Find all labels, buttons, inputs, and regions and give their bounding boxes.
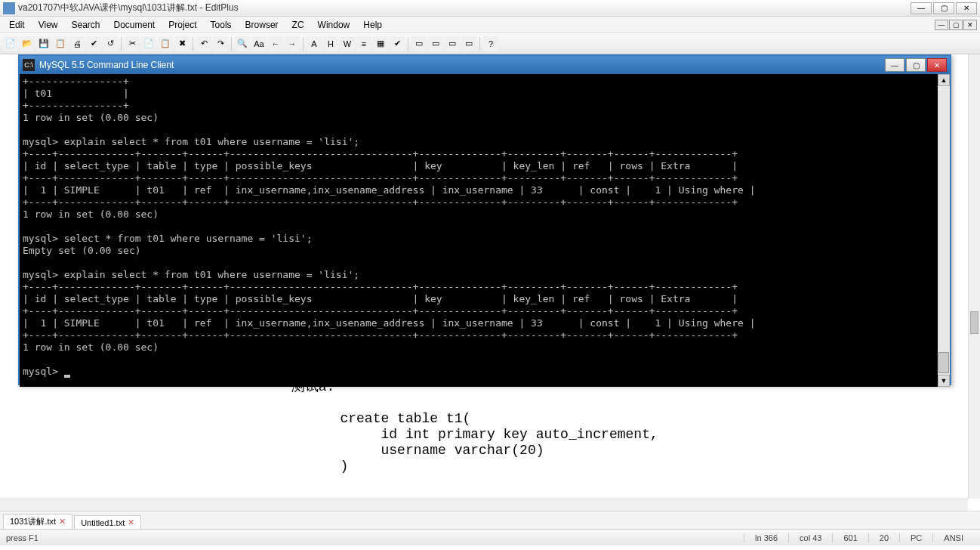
toolbar-separator bbox=[408, 37, 408, 51]
menu-project[interactable]: Project bbox=[162, 18, 202, 32]
check-icon[interactable]: ✔ bbox=[390, 36, 405, 51]
console-titlebar[interactable]: C:\ MySQL 5.5 Command Line Client — ▢ ✕ bbox=[20, 56, 950, 74]
editor-content[interactable]: 测试a. create table t1( id int primary key… bbox=[0, 379, 980, 474]
menu-document[interactable]: Document bbox=[108, 18, 162, 32]
minimize-button[interactable]: — bbox=[911, 2, 932, 14]
undo-icon[interactable]: ↶ bbox=[196, 36, 211, 51]
outdent-icon[interactable]: ← bbox=[268, 36, 283, 51]
panel3-icon[interactable]: ▭ bbox=[445, 36, 460, 51]
console-output[interactable]: +----------------+ | t01 | +------------… bbox=[23, 76, 938, 387]
console-body: +----------------+ | t01 | +------------… bbox=[20, 74, 950, 387]
app-icon bbox=[3, 2, 15, 14]
status-help: press F1 bbox=[6, 533, 744, 542]
panel4-icon[interactable]: ▭ bbox=[461, 36, 476, 51]
menu-help[interactable]: Help bbox=[357, 18, 388, 32]
scrollbar-thumb[interactable] bbox=[970, 311, 978, 334]
console-close-button[interactable]: ✕ bbox=[927, 58, 947, 72]
copy-icon[interactable]: 📄 bbox=[141, 36, 156, 51]
help-icon[interactable]: ? bbox=[483, 36, 498, 51]
mdi-controls: — ▢ ✕ bbox=[935, 20, 977, 30]
indent-icon[interactable]: → bbox=[285, 36, 300, 51]
menu-view[interactable]: View bbox=[32, 18, 64, 32]
status-line: ln 366 bbox=[744, 533, 788, 542]
spellcheck-icon[interactable]: ✔ bbox=[86, 36, 101, 51]
highlight-icon[interactable]: H bbox=[323, 36, 338, 51]
redo-icon[interactable]: ↷ bbox=[213, 36, 228, 51]
menu-zc[interactable]: ZC bbox=[286, 18, 310, 32]
panel1-icon[interactable]: ▭ bbox=[411, 36, 427, 51]
mdi-minimize-button[interactable]: — bbox=[935, 20, 948, 30]
document-tabstrip: 1031讲解.txt ✕ Untitled1.txt ✕ bbox=[0, 511, 980, 529]
menu-window[interactable]: Window bbox=[312, 18, 356, 32]
case-icon[interactable]: Aa bbox=[251, 36, 267, 51]
mdi-restore-button[interactable]: ▢ bbox=[949, 20, 963, 30]
find-icon[interactable]: 🔍 bbox=[235, 36, 250, 51]
status-column: col 43 bbox=[788, 533, 832, 542]
window-title: va201707\中软JAVA课件\mysql\1031讲解.txt - Edi… bbox=[18, 2, 911, 14]
console-scroll-thumb[interactable] bbox=[938, 352, 949, 373]
editor-horizontal-scrollbar[interactable] bbox=[0, 499, 968, 511]
console-cursor bbox=[64, 375, 70, 378]
toolbar: 📄 📂 💾 📋 🖨 ✔ ↺ ✂ 📄 📋 ✖ ↶ ↷ 🔍 Aa ← → A H W… bbox=[0, 33, 980, 54]
main-titlebar: va201707\中软JAVA课件\mysql\1031讲解.txt - Edi… bbox=[0, 0, 980, 17]
editor-vertical-scrollbar[interactable] bbox=[968, 54, 980, 499]
console-window-controls: — ▢ ✕ bbox=[885, 58, 947, 72]
status-total-lines: 601 bbox=[832, 533, 868, 542]
console-text-content: +----------------+ | t01 | +------------… bbox=[23, 76, 756, 377]
scroll-down-icon[interactable]: ▼ bbox=[938, 375, 950, 387]
font-a-icon[interactable]: A bbox=[307, 36, 322, 51]
console-title-text: MySQL 5.5 Command Line Client bbox=[39, 60, 885, 70]
panel2-icon[interactable]: ▭ bbox=[428, 36, 443, 51]
tab-untitled[interactable]: Untitled1.txt ✕ bbox=[74, 515, 141, 529]
menu-edit[interactable]: Edit bbox=[3, 18, 31, 32]
toolbar-separator bbox=[303, 37, 304, 51]
mdi-close-button[interactable]: ✕ bbox=[963, 20, 977, 30]
toolbar-separator bbox=[479, 37, 480, 51]
print-icon[interactable]: 🖨 bbox=[69, 36, 85, 51]
console-minimize-button[interactable]: — bbox=[885, 58, 904, 72]
maximize-button[interactable]: ▢ bbox=[933, 2, 954, 14]
console-app-icon: C:\ bbox=[23, 59, 35, 71]
window-controls: — ▢ ✕ bbox=[911, 2, 977, 14]
paste-icon[interactable]: 📋 bbox=[158, 36, 173, 51]
tab-1031[interactable]: 1031讲解.txt ✕ bbox=[3, 514, 72, 529]
wordwrap-icon[interactable]: W bbox=[340, 36, 355, 51]
console-maximize-button[interactable]: ▢ bbox=[906, 58, 926, 72]
toolbar-separator bbox=[231, 37, 232, 51]
lines-icon[interactable]: ≡ bbox=[356, 36, 371, 51]
toolbar-separator bbox=[121, 37, 122, 51]
close-button[interactable]: ✕ bbox=[956, 2, 977, 14]
status-encoding: ANSI bbox=[932, 533, 974, 542]
scroll-up-icon[interactable]: ▲ bbox=[938, 74, 950, 86]
cut-icon[interactable]: ✂ bbox=[125, 36, 140, 51]
toolbar-separator bbox=[193, 37, 193, 51]
mysql-console-window: C:\ MySQL 5.5 Command Line Client — ▢ ✕ … bbox=[18, 54, 951, 385]
status-mode: PC bbox=[899, 533, 932, 542]
status-selection: 20 bbox=[868, 533, 899, 542]
menu-tools[interactable]: Tools bbox=[205, 18, 238, 32]
new-file-icon[interactable]: 📄 bbox=[3, 36, 18, 51]
tab-label: 1031讲解.txt bbox=[10, 516, 56, 527]
grid-icon[interactable]: ▦ bbox=[373, 36, 388, 51]
delete-icon[interactable]: ✖ bbox=[174, 36, 190, 51]
menu-browser[interactable]: Browser bbox=[239, 18, 285, 32]
console-vertical-scrollbar[interactable]: ▲ ▼ bbox=[938, 74, 950, 387]
editor-area: 测试a. create table t1( id int primary key… bbox=[0, 54, 980, 511]
tab-close-icon[interactable]: ✕ bbox=[128, 518, 134, 527]
menubar: Edit View Search Document Project Tools … bbox=[0, 17, 980, 33]
tab-close-icon[interactable]: ✕ bbox=[59, 517, 66, 527]
statusbar: press F1 ln 366 col 43 601 20 PC ANSI bbox=[0, 529, 980, 545]
save-icon[interactable]: 💾 bbox=[36, 36, 51, 51]
tab-label: Untitled1.txt bbox=[81, 518, 125, 527]
open-file-icon[interactable]: 📂 bbox=[20, 36, 35, 51]
reload-icon[interactable]: ↺ bbox=[103, 36, 118, 51]
save-all-icon[interactable]: 📋 bbox=[53, 36, 68, 51]
menu-search[interactable]: Search bbox=[65, 18, 106, 32]
